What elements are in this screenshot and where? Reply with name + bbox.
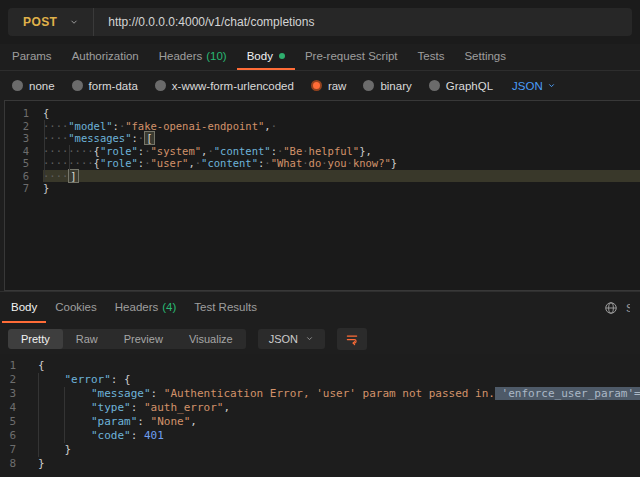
line-number: 3 (5, 132, 29, 145)
line-number: 4 (5, 145, 29, 158)
code-text: } (38, 443, 640, 457)
code-text: ····"model":·"fake-openai-endpoint",· (43, 120, 640, 133)
url-input[interactable]: http://0.0.0.0:4000/v1/chat/completions (94, 15, 314, 29)
request-tabs: Params Authorization Headers(10) Body Pr… (0, 44, 640, 71)
view-switcher: Pretty Raw Preview Visualize (8, 329, 246, 349)
code-line[interactable]: 4········{"role":·"system",·"content":·"… (5, 145, 640, 158)
code-line[interactable]: 6 "code": 401 (0, 429, 640, 443)
line-number: 2 (5, 120, 29, 133)
mode-form-data[interactable]: form-data (72, 80, 138, 92)
tab-authorization[interactable]: Authorization (62, 44, 149, 70)
method-dropdown-chevron-icon[interactable] (69, 17, 93, 27)
code-text: } (38, 457, 640, 471)
mode-raw[interactable]: raw (311, 80, 347, 92)
view-preview[interactable]: Preview (111, 329, 176, 349)
radio-icon[interactable] (363, 80, 374, 91)
url-bar: POST http://0.0.0.0:4000/v1/chat/complet… (8, 8, 632, 36)
line-number: 3 (0, 387, 16, 401)
line-number: 7 (5, 182, 29, 195)
response-toolbar: Pretty Raw Preview Visualize JSON (0, 323, 640, 354)
view-visualize[interactable]: Visualize (176, 329, 246, 349)
code-line[interactable]: 3 "message": "Authentication Error, 'use… (0, 387, 640, 401)
code-line[interactable]: 1{ (0, 359, 640, 373)
tab-body[interactable]: Body (237, 44, 295, 70)
indent-guide (64, 387, 65, 443)
radio-icon[interactable] (72, 80, 83, 91)
line-number: 2 (0, 373, 16, 387)
code-line[interactable]: 2 "error": { (0, 373, 640, 387)
line-number: 1 (5, 107, 29, 120)
wrap-text-button[interactable] (337, 328, 367, 350)
code-text: ····"messages":·[ (43, 132, 640, 145)
indent-guide (69, 145, 70, 170)
response-tab-cookies[interactable]: Cookies (46, 292, 106, 323)
code-line[interactable]: 5········{"role":·"user",·"content":·"Wh… (5, 157, 640, 170)
response-body-editor[interactable]: 1{2 "error": {3 "message": "Authenticati… (0, 354, 640, 477)
request-body-editor[interactable]: 1{2····"model":·"fake-openai-endpoint",·… (4, 100, 640, 291)
line-number: 6 (0, 429, 16, 443)
response-tab-body[interactable]: Body (2, 292, 46, 323)
chevron-down-icon (305, 334, 314, 343)
radio-icon[interactable] (155, 80, 166, 91)
mode-graphql[interactable]: GraphQL (429, 80, 493, 92)
clipped-status-text: S (626, 302, 630, 314)
response-language-select[interactable]: JSON (258, 329, 325, 349)
method-label[interactable]: POST (8, 15, 69, 29)
code-line[interactable]: 7 } (0, 443, 640, 457)
tab-tests[interactable]: Tests (408, 44, 455, 70)
raw-language-select[interactable]: JSON (512, 80, 556, 92)
code-line[interactable]: 3····"messages":·[ (5, 132, 640, 145)
request-url-row: POST http://0.0.0.0:4000/v1/chat/complet… (0, 0, 640, 44)
code-line[interactable]: 6····] (5, 170, 640, 183)
code-line[interactable]: 1{ (5, 107, 640, 120)
response-tab-test-results[interactable]: Test Results (185, 292, 266, 323)
tab-settings[interactable]: Settings (454, 44, 516, 70)
code-line[interactable]: 8} (0, 457, 640, 471)
code-text: "message": "Authentication Error, 'user'… (38, 387, 640, 401)
code-text: } (43, 182, 640, 195)
code-line[interactable]: 7} (5, 182, 640, 195)
globe-icon (604, 301, 618, 315)
mode-x-www-form-urlencoded[interactable]: x-www-form-urlencoded (155, 80, 294, 92)
line-number: 1 (0, 359, 16, 373)
line-number: 7 (0, 443, 16, 457)
tab-headers[interactable]: Headers(10) (149, 44, 237, 70)
radio-selected-icon[interactable] (311, 80, 322, 91)
line-number: 5 (0, 415, 16, 429)
radio-icon[interactable] (429, 80, 440, 91)
chevron-down-icon (547, 81, 556, 90)
response-tab-headers[interactable]: Headers(4) (106, 292, 186, 323)
response-tabs: Body Cookies Headers(4) Test Results S (0, 291, 640, 323)
code-line[interactable]: 5 "param": "None", (0, 415, 640, 429)
wrap-text-icon (345, 332, 359, 346)
mode-none[interactable]: none (12, 80, 55, 92)
view-raw[interactable]: Raw (63, 329, 111, 349)
indent-guide (38, 373, 39, 457)
line-number: 8 (0, 457, 16, 471)
code-line[interactable]: 4 "type": "auth_error", (0, 401, 640, 415)
indent-guide (44, 120, 45, 183)
response-headers-count: (4) (162, 301, 176, 313)
postman-window: POST http://0.0.0.0:4000/v1/chat/complet… (0, 0, 640, 477)
line-number: 6 (5, 170, 29, 183)
code-text: ····] (43, 170, 640, 183)
line-number: 5 (5, 157, 29, 170)
radio-icon[interactable] (12, 80, 23, 91)
response-meta: S (604, 292, 630, 323)
code-text: "error": { (38, 373, 640, 387)
code-line[interactable]: 2····"model":·"fake-openai-endpoint",· (5, 120, 640, 133)
code-text: "param": "None", (38, 415, 640, 429)
tab-pre-request-script[interactable]: Pre-request Script (295, 44, 408, 70)
selected-text: 'enforce_user_param'=True" (495, 387, 640, 400)
headers-count: (10) (206, 50, 226, 62)
code-text: ········{"role":·"user",·"content":·"Wha… (43, 157, 640, 170)
view-pretty[interactable]: Pretty (8, 329, 63, 349)
tab-params[interactable]: Params (2, 44, 62, 70)
matched-bracket: [ (144, 131, 154, 145)
code-text: "type": "auth_error", (38, 401, 640, 415)
mode-binary[interactable]: binary (363, 80, 411, 92)
matched-bracket: ] (68, 169, 78, 183)
code-text: { (38, 359, 640, 373)
code-text: ········{"role":·"system",·"content":·"B… (43, 145, 640, 158)
code-text: { (43, 107, 640, 120)
